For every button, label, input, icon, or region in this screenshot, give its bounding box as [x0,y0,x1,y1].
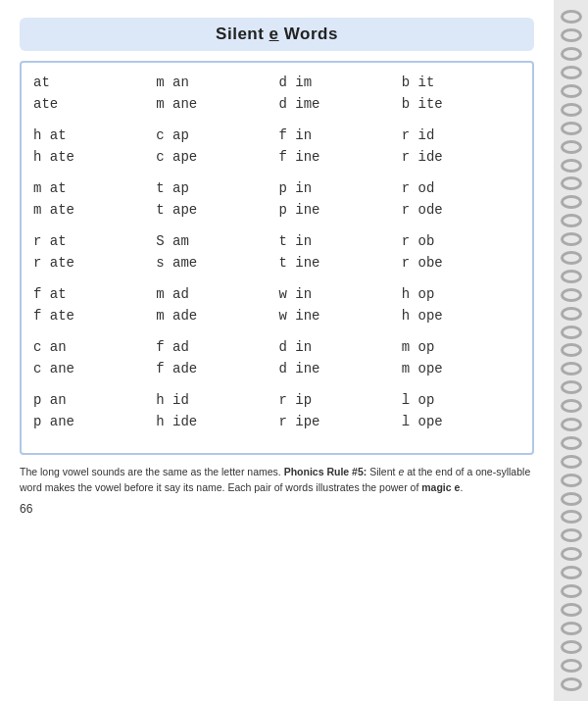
word-pair: r idr ide [402,125,524,169]
word-short: h at [33,125,156,147]
word-short: f at [33,284,156,306]
word-short: m op [402,337,524,359]
word-pair: atate [33,73,156,116]
word-pair: h idh ide [156,390,278,433]
word-long: m ope [402,359,524,380]
word-pair: r odr ode [402,178,524,222]
word-long: m ade [156,306,278,327]
word-short: l op [402,390,524,412]
spiral-ring [561,622,582,635]
spiral-ring [561,195,582,209]
word-pair: m anm ane [156,73,278,116]
spiral-ring [561,677,582,691]
spiral-ring [561,307,582,321]
spiral-ring [561,28,582,42]
word-pair: f atf ate [33,284,156,327]
word-short: t in [279,231,402,253]
spiral-ring [561,66,582,79]
spiral-ring [561,418,582,431]
footer-text: The long vowel sounds are the same as th… [20,465,534,496]
spiral-ring [561,270,582,283]
word-long: p ane [33,412,156,433]
underline-e: e [270,25,279,43]
word-long: m ane [156,94,278,116]
word-pair: r atr ate [33,231,156,275]
word-short: r od [402,178,524,200]
spiral-ring [561,528,582,542]
word-grid: atatem anm aned imd imeb itb iteh ath at… [33,73,524,443]
spiral-ring [561,474,582,487]
word-box: atatem anm aned imd imeb itb iteh ath at… [20,61,534,455]
spiral-ring [561,232,582,246]
page-number: 66 [20,502,534,516]
word-long: b ite [402,94,524,116]
spiral-binding [554,0,588,701]
word-short: t ap [156,178,278,200]
word-long: t ine [279,253,402,275]
word-pair: m atm ate [33,178,156,222]
word-pair: t int ine [279,231,402,275]
word-long: h ope [402,306,524,327]
word-long: c ane [33,359,156,380]
word-long: h ide [156,412,278,433]
spiral-ring [561,659,582,673]
word-long: f ade [156,359,278,380]
word-long: ate [33,94,156,116]
word-long: r ide [402,147,524,169]
word-long: r obe [402,253,524,275]
word-pair: S ams ame [156,231,278,275]
word-pair: d ind ine [279,337,402,380]
word-short: d im [279,73,402,94]
spiral-ring [561,10,582,24]
spiral-ring [561,159,582,173]
spiral-ring [561,362,582,376]
spiral-ring [561,380,582,394]
spiral-ring [561,399,582,413]
word-short: c an [33,337,156,359]
word-pair: m opm ope [402,337,524,380]
word-pair: c apc ape [156,125,278,169]
word-pair: b itb ite [402,73,524,116]
word-pair: p inp ine [279,178,402,222]
word-short: r id [402,125,524,147]
spiral-ring [561,510,582,524]
word-short: f ad [156,337,278,359]
word-long: l ope [402,412,524,433]
word-short: w in [279,284,402,306]
word-pair: c anc ane [33,337,156,380]
spiral-ring [561,103,582,117]
spiral-ring [561,122,582,135]
spiral-ring [561,436,582,450]
word-long: f ine [279,147,402,169]
word-long: p ine [279,200,402,222]
spiral-ring [561,84,582,98]
word-pair: l opl ope [402,390,524,433]
title-area: Silent e Words [20,18,534,51]
word-pair: p anp ane [33,390,156,433]
word-short: p in [279,178,402,200]
word-short: at [33,73,156,94]
spiral-ring [561,140,582,154]
word-short: c ap [156,125,278,147]
word-long: m ate [33,200,156,222]
word-pair: h oph ope [402,284,524,327]
word-long: f ate [33,306,156,327]
spiral-ring [561,214,582,227]
word-short: m ad [156,284,278,306]
word-short: r ip [279,390,402,412]
word-pair: t apt ape [156,178,278,222]
word-short: r ob [402,231,524,253]
word-long: c ape [156,147,278,169]
word-short: h id [156,390,278,412]
word-pair: m adm ade [156,284,278,327]
word-long: d ine [279,359,402,380]
word-long: w ine [279,306,402,327]
spiral-ring [561,325,582,339]
word-short: p an [33,390,156,412]
word-pair: f inf ine [279,125,402,169]
word-pair: w inw ine [279,284,402,327]
spiral-ring [561,603,582,617]
word-short: d in [279,337,402,359]
spiral-ring [561,455,582,469]
word-short: h op [402,284,524,306]
